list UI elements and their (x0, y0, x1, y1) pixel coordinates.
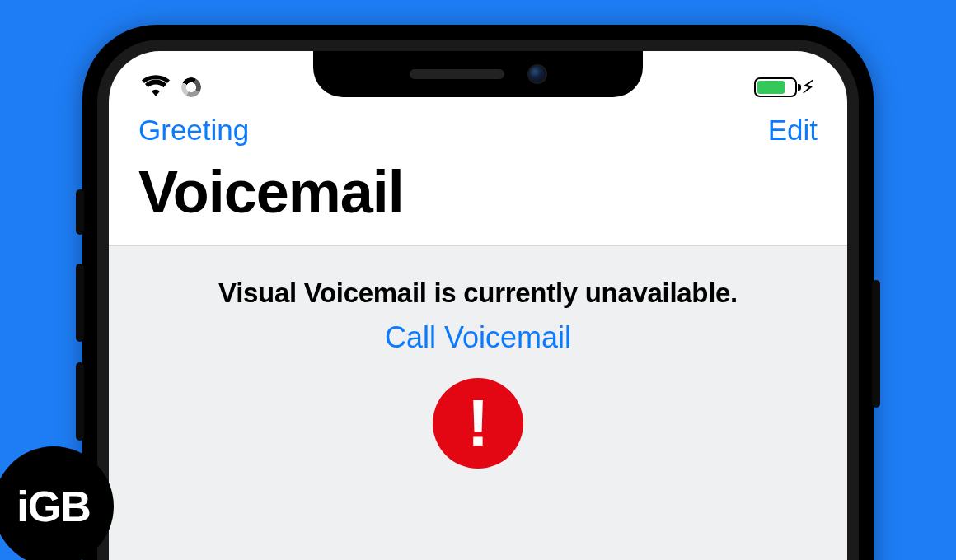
nav-bar: Greeting Edit (109, 109, 847, 147)
speaker-grille (410, 69, 504, 79)
logo-text: iGB (16, 482, 90, 531)
mute-switch (76, 189, 84, 235)
charging-bolt-icon: ⚡︎ (802, 78, 814, 96)
battery-indicator: ⚡︎ (754, 77, 814, 97)
front-camera (527, 64, 547, 84)
volume-up-button (76, 264, 84, 342)
battery-fill (757, 81, 785, 94)
error-message: Visual Voicemail is currently unavailabl… (109, 278, 847, 309)
loading-spinner-icon (181, 77, 201, 97)
phone-bezel: ⚡︎ Greeting Edit Voicemail Visual Voicem… (97, 40, 859, 560)
call-voicemail-link[interactable]: Call Voicemail (385, 320, 571, 355)
display-notch (313, 51, 643, 97)
alert-badge: ! (433, 378, 523, 469)
greeting-button[interactable]: Greeting (138, 114, 249, 147)
page-title: Voicemail (109, 147, 847, 245)
phone-frame: ⚡︎ Greeting Edit Voicemail Visual Voicem… (82, 25, 874, 560)
battery-icon (754, 77, 797, 97)
voicemail-content: Visual Voicemail is currently unavailabl… (109, 245, 847, 560)
edit-button[interactable]: Edit (768, 114, 818, 147)
phone-screen: ⚡︎ Greeting Edit Voicemail Visual Voicem… (109, 51, 847, 560)
exclamation-icon: ! (467, 390, 490, 456)
wifi-icon (142, 75, 170, 100)
power-button (872, 280, 880, 408)
volume-down-button (76, 362, 84, 441)
